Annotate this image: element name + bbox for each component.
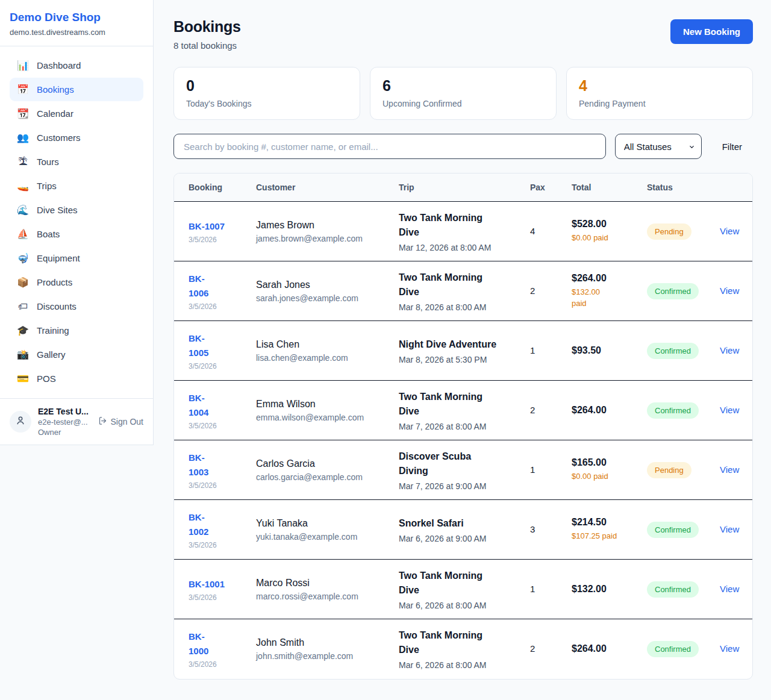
booking-date: 3/5/2026 — [189, 422, 242, 430]
total-amount: $214.50 — [572, 517, 632, 528]
avatar — [10, 411, 31, 433]
sidebar-item-training[interactable]: 🎓 Training — [10, 319, 143, 342]
customer-name: John Smith — [256, 637, 384, 648]
sidebar-item-customers[interactable]: 👥 Customers — [10, 126, 143, 149]
sidebar-item-bookings[interactable]: 📅 Bookings — [10, 78, 143, 101]
stat-card: 6 Upcoming Confirmed — [370, 67, 557, 120]
customer-email: carlos.garcia@example.com — [256, 472, 384, 482]
customer-email: yuki.tanaka@example.com — [256, 532, 384, 542]
booking-number-link[interactable]: BK-1005 — [189, 331, 242, 360]
trip-datetime: Mar 7, 2026 at 8:00 AM — [399, 422, 516, 431]
bar-chart-icon: 📊 — [17, 61, 29, 70]
table-row: BK-1004 3/5/2026 Emma Wilson emma.wilson… — [174, 381, 752, 440]
app-layout: Demo Dive Shop demo.test.divestreams.com… — [0, 0, 771, 680]
booking-number-link[interactable]: BK-1000 — [189, 630, 242, 658]
table-row: BK-1006 3/5/2026 Sarah Jones sarah.jones… — [174, 261, 752, 321]
total-amount: $264.00 — [572, 405, 632, 416]
sidebar-item-tours[interactable]: 🏝 Tours — [10, 150, 143, 173]
search-input[interactable] — [173, 134, 606, 159]
column-header-total: Total — [564, 173, 640, 202]
booking-number-link[interactable]: BK-1006 — [189, 272, 242, 301]
view-link[interactable]: View — [720, 524, 739, 534]
customer-name: James Brown — [256, 220, 384, 231]
filter-button[interactable]: Filter — [722, 142, 742, 152]
label-tag-icon: 🏷 — [17, 302, 29, 311]
view-link[interactable]: View — [720, 226, 739, 236]
status-filter-select[interactable]: All Statuses — [615, 134, 702, 159]
sign-out-button[interactable]: Sign Out — [98, 416, 143, 427]
pax-count: 1 — [530, 584, 535, 594]
nav-label: Equipment — [37, 253, 80, 263]
column-header-booking: Booking — [174, 173, 249, 202]
trip-datetime: Mar 6, 2026 at 8:00 AM — [399, 660, 516, 670]
nav-label: Discounts — [37, 301, 76, 311]
booking-number-link[interactable]: BK-1002 — [189, 510, 242, 539]
booking-number-link[interactable]: BK-1007 — [189, 219, 242, 234]
booking-date: 3/5/2026 — [189, 236, 242, 244]
sidebar-item-products[interactable]: 📦 Products — [10, 270, 143, 294]
sidebar-item-equipment[interactable]: 🤿 Equipment — [10, 246, 143, 270]
column-header-pax: Pax — [523, 173, 564, 202]
customer-name: Yuki Tanaka — [256, 518, 384, 529]
user-info: E2E Test U... e2e-tester@... Owner — [38, 407, 89, 437]
shop-title: Demo Dive Shop — [10, 11, 143, 24]
user-role: Owner — [38, 428, 89, 437]
pax-count: 1 — [530, 345, 535, 355]
pax-count: 3 — [530, 524, 535, 534]
new-booking-button[interactable]: New Booking — [670, 19, 753, 44]
people-icon: 👥 — [17, 133, 29, 143]
sidebar-item-pos[interactable]: 💳 POS — [10, 367, 143, 390]
user-section: E2E Test U... e2e-tester@... Owner Sign … — [0, 398, 153, 445]
trip-datetime: Mar 7, 2026 at 9:00 AM — [399, 481, 516, 491]
wave-icon: 🌊 — [17, 205, 29, 215]
paid-amount: $132.00paid — [572, 287, 632, 310]
trip-name: Two Tank MorningDive — [399, 211, 516, 240]
view-link[interactable]: View — [720, 584, 739, 594]
stat-card: 0 Today's Bookings — [173, 67, 360, 120]
nav-label: POS — [37, 373, 56, 384]
sidebar-item-boats[interactable]: ⛵ Boats — [10, 222, 143, 246]
trip-datetime: Mar 8, 2026 at 8:00 AM — [399, 302, 516, 312]
trip-datetime: Mar 12, 2026 at 8:00 AM — [399, 243, 516, 252]
table-header: BookingCustomerTripPaxTotalStatus — [174, 173, 752, 202]
nav-label: Bookings — [37, 84, 74, 95]
nav-label: Calendar — [37, 108, 73, 119]
booking-number-link[interactable]: BK-1001 — [189, 577, 242, 592]
customer-email: john.smith@example.com — [256, 651, 384, 661]
total-amount: $132.00 — [572, 584, 632, 595]
stats-row: 0 Today's Bookings 6 Upcoming Confirmed … — [173, 67, 753, 120]
sidebar-item-dive-sites[interactable]: 🌊 Dive Sites — [10, 198, 143, 222]
table-row: BK-1002 3/5/2026 Yuki Tanaka yuki.tanaka… — [174, 500, 752, 560]
stat-value: 4 — [579, 78, 740, 95]
sidebar-item-gallery[interactable]: 📸 Gallery — [10, 343, 143, 366]
sidebar-item-calendar[interactable]: 📆 Calendar — [10, 102, 143, 125]
sidebar-nav: 📊 Dashboard 📅 Bookings 📆 Calendar 👥 Cust… — [0, 46, 153, 398]
column-header-status: Status — [640, 173, 713, 202]
sign-out-icon — [98, 416, 107, 427]
booking-date: 3/5/2026 — [189, 362, 242, 370]
customer-email: james.brown@example.com — [256, 234, 384, 243]
trip-name: Two Tank MorningDive — [399, 390, 516, 419]
shop-domain: demo.test.divestreams.com — [10, 28, 143, 37]
table-row: BK-1005 3/5/2026 Lisa Chen lisa.chen@exa… — [174, 321, 752, 381]
sidebar-item-discounts[interactable]: 🏷 Discounts — [10, 295, 143, 318]
view-link[interactable]: View — [720, 643, 739, 654]
sign-out-label: Sign Out — [111, 417, 143, 427]
nav-label: Gallery — [37, 349, 66, 360]
view-link[interactable]: View — [720, 345, 739, 355]
sidebar-item-trips[interactable]: 🚤 Trips — [10, 174, 143, 198]
paid-amount: $0.00 paid — [572, 233, 632, 244]
calendar-number-icon: 📅 — [17, 85, 29, 95]
customer-name: Emma Wilson — [256, 399, 384, 410]
nav-label: Trips — [37, 181, 57, 191]
view-link[interactable]: View — [720, 405, 739, 415]
booking-number-link[interactable]: BK-1003 — [189, 451, 242, 480]
view-link[interactable]: View — [720, 464, 739, 475]
status-badge: Confirmed — [647, 522, 699, 538]
view-link[interactable]: View — [720, 286, 739, 296]
user-name: E2E Test U... — [38, 407, 89, 416]
table-row: BK-1003 3/5/2026 Carlos Garcia carlos.ga… — [174, 440, 752, 500]
sidebar-item-dashboard[interactable]: 📊 Dashboard — [10, 54, 143, 77]
booking-number-link[interactable]: BK-1004 — [189, 391, 242, 420]
customer-name: Lisa Chen — [256, 339, 384, 350]
